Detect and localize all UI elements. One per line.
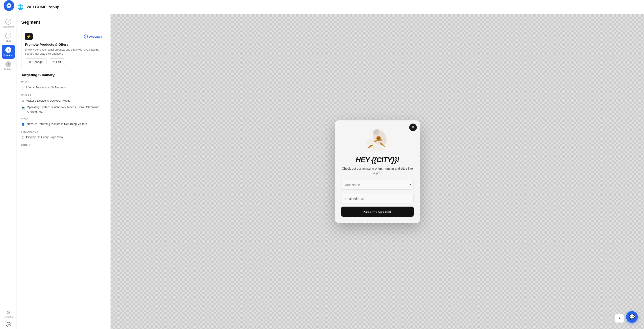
globe-icon: 🌐: [18, 4, 24, 10]
goal-icon: ⚡: [25, 33, 33, 40]
svg-point-7: [370, 141, 376, 145]
activated-label: Activated: [89, 35, 102, 38]
targeting-device-item: 🖥 Visitor's Device is Desktop, Mobile,: [21, 99, 106, 104]
preview-area: ✕: [111, 14, 644, 329]
required-indicator: •: [410, 183, 411, 187]
popup-heading: HEY {{CITY}}!: [356, 156, 399, 164]
goal-title: Promote Products & Offers: [25, 43, 102, 46]
goal-actions: ↺ Change ✏ Edit: [25, 58, 102, 65]
app-logo[interactable]: [4, 0, 14, 11]
when-text: After X Seconds is 10 Seconds: [26, 85, 66, 90]
where-label: WHERE: [21, 94, 106, 97]
sidebar-item-segment[interactable]: 3 Segment: [2, 45, 15, 59]
svg-point-10: [376, 147, 382, 151]
goal-card: ⚡ ✓ Activated Promote Products & Offers …: [21, 29, 106, 69]
targeting-visitors-item: 👤 New Or Returning Visitors is Returning…: [21, 122, 106, 127]
frequency-text: Display On Every Page View.: [26, 135, 64, 139]
sidebar-item-customize[interactable]: ✓ Customize: [0, 17, 16, 31]
submit-label: Keep me updated: [363, 210, 391, 213]
topbar: 🌐 WELCOME Popup: [0, 0, 644, 14]
sidebar-item-chat[interactable]: 💬: [5, 320, 12, 329]
sidebar-item-label-style: Style: [6, 39, 11, 42]
chat-icon: 💬: [6, 322, 11, 327]
device-icon: 🖥: [21, 99, 24, 104]
sidebar-item-settings[interactable]: ⚙ Settings: [3, 308, 14, 320]
edit-button[interactable]: ✏ Edit: [49, 58, 65, 65]
svg-point-9: [370, 147, 376, 151]
style-check-icon: ✓: [5, 33, 11, 39]
change-icon: ↺: [29, 60, 31, 64]
sidebar-item-label-customize: Customize: [2, 26, 14, 28]
segment-title: Segment: [21, 20, 106, 25]
segment-panel: Segment ⚡ ✓ Activated Promote Products &…: [17, 14, 111, 329]
name-input-wrapper: •: [341, 180, 414, 192]
popup-modal: ✕: [335, 120, 420, 223]
hide-if-label: HIDE IF: [21, 144, 106, 146]
when-icon: ↺: [21, 86, 24, 90]
publish-step-num: 4: [5, 61, 11, 67]
customize-check-icon: ✓: [5, 19, 11, 25]
sidebar-item-style[interactable]: ✓ Style: [0, 31, 16, 44]
frequency-label: FREQUENCY: [21, 131, 106, 133]
activated-check-icon: ✓: [84, 35, 88, 39]
activated-badge: ✓ Activated: [84, 35, 102, 39]
sidebar: ✓ Customize ✓ Style 3 Segment 4 Publish …: [0, 14, 17, 329]
chat-fab-button[interactable]: 💬: [626, 311, 638, 323]
change-label: Change: [32, 60, 43, 64]
who-label: WHO: [21, 117, 106, 120]
goal-description: Show visitors your latest products and o…: [25, 48, 102, 56]
sidebar-settings-label: Settings: [4, 315, 13, 318]
email-input[interactable]: [341, 194, 414, 203]
visitor-icon: 👤: [21, 122, 25, 127]
popup-close-button[interactable]: ✕: [409, 124, 417, 131]
edit-label: Edit: [56, 60, 61, 64]
os-icon: 💻: [21, 105, 25, 110]
sidebar-item-label-segment: Segment: [3, 54, 13, 56]
svg-point-4: [377, 137, 380, 140]
close-icon: ✕: [412, 125, 414, 130]
popup-subtext: Check out our amazing offers, tune in an…: [341, 166, 414, 176]
scroll-up-button[interactable]: ▲: [615, 314, 624, 323]
when-label: WHEN: [21, 81, 106, 84]
segment-step-num: 3: [5, 47, 11, 53]
sidebar-item-publish[interactable]: 4 Publish: [0, 59, 16, 73]
device-text: Visitor's Device is Desktop, Mobile,: [26, 99, 71, 103]
targeting-title: Targeting Summary: [21, 73, 106, 77]
settings-icon: ⚙: [6, 309, 10, 315]
topbar-title: WELCOME Popup: [26, 5, 59, 10]
lightning-icon: ⚡: [26, 34, 31, 39]
targeting-frequency-item: ⏱ Display On Every Page View.: [21, 135, 106, 140]
submit-button[interactable]: Keep me updated: [341, 207, 414, 217]
popup-rocket-image: [364, 128, 391, 152]
targeting-os-item: 💻 Operating System is Windows, Macos, Li…: [21, 105, 106, 114]
sidebar-item-label-publish: Publish: [4, 68, 12, 71]
targeting-when-item: ↺ After X Seconds is 10 Seconds: [21, 85, 106, 90]
targeting-summary: Targeting Summary WHEN ↺ After X Seconds…: [21, 73, 106, 146]
name-input[interactable]: [341, 180, 414, 190]
chevron-up-icon: ▲: [618, 316, 621, 320]
frequency-icon: ⏱: [21, 135, 24, 140]
change-button[interactable]: ↺ Change: [25, 58, 46, 65]
visitors-text: New Or Returning Visitors is Returning V…: [27, 122, 87, 126]
chat-fab-icon: 💬: [629, 314, 635, 320]
edit-icon: ✏: [52, 60, 55, 64]
os-text: Operating System is Windows, Macos, Linu…: [27, 105, 106, 114]
